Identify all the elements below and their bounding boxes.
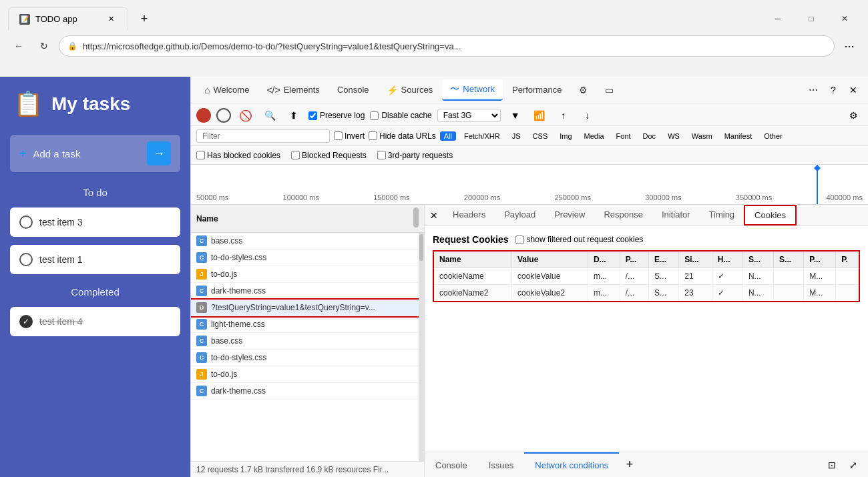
more-options-button[interactable]: ··· — [839, 35, 860, 57]
throttle-dropdown[interactable]: ▼ — [506, 106, 525, 125]
bottom-tab-console[interactable]: Console — [425, 452, 478, 477]
filter-css[interactable]: CSS — [529, 131, 552, 141]
close-detail-panel-button[interactable]: ✕ — [425, 206, 443, 225]
detail-tab-payload[interactable]: Payload — [495, 205, 545, 225]
record-button[interactable] — [196, 108, 211, 123]
tab-settings[interactable]: ⚙ — [571, 81, 596, 99]
bottom-tab-issues[interactable]: Issues — [478, 452, 525, 477]
browser-tab[interactable]: 📝 TODO app ✕ — [8, 7, 128, 30]
add-task-button[interactable]: → — [147, 141, 171, 165]
new-tab-button[interactable]: + — [134, 8, 155, 29]
undock-button[interactable]: ⤢ — [844, 456, 863, 474]
close-tab-button[interactable]: ✕ — [105, 13, 117, 25]
detail-tab-response[interactable]: Response — [594, 205, 652, 225]
disable-cache-checkbox[interactable] — [370, 111, 379, 120]
tab-welcome[interactable]: ⌂ Welcome — [196, 81, 257, 99]
cookie-p3-1 — [836, 268, 859, 285]
filter-img[interactable]: Img — [556, 131, 576, 141]
network-clear-button[interactable]: 🚫 — [236, 106, 255, 125]
filter-doc[interactable]: Doc — [639, 131, 660, 141]
request-item-todo-js[interactable]: J to-do.js — [191, 266, 419, 283]
task-item-3[interactable]: test item 3 — [10, 207, 180, 237]
tab-performance[interactable]: Performance — [504, 81, 570, 99]
req-name: to-do-styles.css — [211, 353, 413, 362]
minimize-button[interactable]: ─ — [763, 8, 793, 29]
add-task-bar[interactable]: + Add a task → — [10, 135, 180, 172]
request-item-dark-theme2[interactable]: C dark-theme.css — [191, 383, 419, 400]
more-devtools-button[interactable]: ⋯ — [804, 81, 823, 99]
filter-js[interactable]: JS — [508, 131, 525, 141]
request-item-base-css2[interactable]: C base.css — [191, 333, 419, 350]
filter-fetch-xhr[interactable]: Fetch/XHR — [460, 131, 504, 141]
close-devtools-button[interactable]: ✕ — [844, 81, 863, 99]
filter-media[interactable]: Media — [580, 131, 608, 141]
has-blocked-cookies-label[interactable]: Has blocked cookies — [196, 151, 280, 160]
upload-button[interactable]: ↑ — [554, 106, 573, 125]
invert-label[interactable]: Invert — [334, 131, 365, 141]
filter-button[interactable]: 🔍 — [260, 106, 279, 125]
cookie-row-2[interactable]: cookieName2 cookieValue2 m... /... S... … — [433, 285, 859, 302]
hide-data-urls-checkbox[interactable] — [369, 131, 377, 140]
throttle-select[interactable]: Fast 3G Slow 3G No throttling — [437, 109, 501, 122]
close-window-button[interactable]: ✕ — [829, 8, 860, 29]
network-settings-button[interactable]: ⚙ — [844, 106, 863, 125]
invert-checkbox[interactable] — [334, 131, 343, 140]
request-item-todo-styles[interactable]: C to-do-styles.css — [191, 250, 419, 266]
task-item-4[interactable]: ✓ test item 4 — [10, 307, 180, 336]
detail-tab-initiator[interactable]: Initiator — [652, 205, 700, 225]
third-party-checkbox[interactable] — [377, 151, 386, 159]
download-button[interactable]: ↓ — [578, 106, 597, 125]
wifi-button[interactable]: 📶 — [530, 106, 549, 125]
request-item-light-theme[interactable]: C light-theme.css — [191, 316, 419, 333]
request-item-todo-js2[interactable]: J to-do.js — [191, 366, 419, 383]
request-item-todo-styles2[interactable]: C to-do-styles.css — [191, 350, 419, 366]
req-type-icon: J — [196, 369, 207, 380]
back-button[interactable]: ← — [8, 35, 29, 57]
add-bottom-tab-button[interactable]: + — [619, 454, 640, 476]
blocked-requests-checkbox[interactable] — [291, 151, 300, 159]
stop-button[interactable] — [216, 108, 231, 123]
bottom-tab-network-conditions[interactable]: Network conditions — [524, 452, 619, 477]
reload-button[interactable]: ↻ — [33, 35, 55, 57]
import-har-button[interactable]: ⬆ — [284, 106, 303, 125]
filter-all[interactable]: All — [440, 131, 456, 141]
tab-sources[interactable]: ⚡ Sources — [379, 81, 441, 99]
has-blocked-cookies-checkbox[interactable] — [196, 151, 205, 159]
filter-font[interactable]: Font — [612, 131, 635, 141]
filter-manifest[interactable]: Manifest — [720, 131, 756, 141]
task-item-1[interactable]: test item 1 — [10, 245, 180, 274]
preserve-log-checkbox[interactable] — [308, 111, 317, 120]
filter-ws[interactable]: WS — [664, 131, 684, 141]
detail-tab-headers[interactable]: Headers — [443, 205, 495, 225]
task-checkbox-3[interactable] — [19, 215, 33, 229]
address-bar[interactable]: 🔒 https://microsoftedge.github.io/Demos/… — [59, 35, 835, 57]
filter-other[interactable]: Other — [760, 131, 787, 141]
detail-tab-timing[interactable]: Timing — [700, 205, 744, 225]
dock-button[interactable]: ⊡ — [823, 456, 841, 474]
tab-device[interactable]: ▭ — [597, 81, 622, 99]
request-item-dark-theme[interactable]: C dark-theme.css — [191, 283, 419, 300]
show-filtered-checkbox[interactable] — [515, 235, 524, 244]
third-party-label[interactable]: 3rd-party requests — [377, 151, 453, 160]
request-item-query[interactable]: D ?testQueryString=value1&testQueryStrin… — [191, 300, 419, 316]
blocked-requests-text: Blocked Requests — [302, 151, 367, 160]
cookie-row-1[interactable]: cookieName cookieValue m... /... S... 21… — [433, 268, 859, 285]
help-button[interactable]: ? — [824, 81, 843, 99]
tab-elements[interactable]: </> Elements — [258, 81, 327, 99]
cookies-content: Request Cookies show filtered out reques… — [425, 226, 868, 452]
filter-input[interactable] — [196, 129, 330, 143]
detail-tab-cookies[interactable]: Cookies — [744, 205, 797, 225]
preserve-log-label[interactable]: Preserve log — [308, 111, 365, 120]
disable-cache-label[interactable]: Disable cache — [370, 111, 431, 120]
show-filtered-label[interactable]: show filtered out request cookies — [515, 235, 644, 244]
tab-console[interactable]: Console — [329, 81, 377, 99]
blocked-requests-label[interactable]: Blocked Requests — [291, 151, 367, 160]
hide-data-urls-label[interactable]: Hide data URLs — [369, 131, 436, 141]
detail-tab-preview[interactable]: Preview — [545, 205, 594, 225]
request-item-base-css[interactable]: C base.css — [191, 233, 419, 250]
filter-wasm[interactable]: Wasm — [688, 131, 716, 141]
maximize-button[interactable]: □ — [796, 8, 827, 29]
tab-network[interactable]: 〜 Network — [442, 79, 503, 101]
task-checkbox-4[interactable]: ✓ — [19, 315, 33, 328]
task-checkbox-1[interactable] — [19, 253, 33, 266]
